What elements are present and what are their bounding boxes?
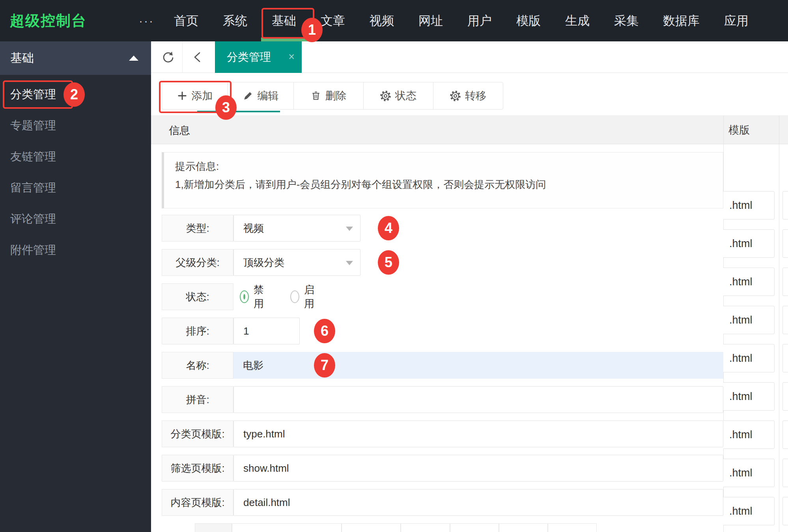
sidebar-group-header[interactable]: 基础	[0, 41, 151, 75]
trash-icon	[311, 91, 321, 101]
toolbar-button-5[interactable]: 转移	[433, 82, 503, 110]
partial-row-cell	[342, 523, 401, 532]
template-cell[interactable]: .html	[723, 497, 775, 525]
radio-option[interactable]: 启用	[290, 283, 318, 311]
input-field[interactable]: 1	[233, 318, 300, 344]
form-label: 排序:	[162, 318, 233, 344]
sidebar-item-3[interactable]: 友链管理	[0, 141, 151, 172]
caret-down-icon	[346, 261, 353, 265]
alert-box: 提示信息: 1,新增加分类后，请到用户-会员组分别对每个组设置权限，否则会提示无…	[162, 152, 723, 208]
nav-item-10[interactable]: 采集	[614, 0, 639, 41]
tabbar-divider	[182, 41, 183, 73]
nav-item-1[interactable]: 首页	[174, 0, 198, 41]
sidebar-item-1[interactable]: 分类管理2	[0, 79, 151, 110]
nav-item-label: 首页	[174, 13, 198, 29]
template-cell[interactable]: .html	[723, 420, 775, 449]
template-cell[interactable]: .html	[723, 229, 775, 258]
sidebar-item-label: 专题管理	[10, 118, 56, 134]
annotation-badge: 3	[215, 95, 237, 120]
template-cell[interactable]: .html	[723, 459, 775, 487]
tab-category-management[interactable]: 分类管理 ×	[215, 41, 302, 73]
sidebar-item-label: 留言管理	[10, 180, 56, 196]
chevron-left-icon	[191, 50, 205, 64]
nav-item-label: 采集	[614, 13, 639, 29]
annotation-badge: 6	[314, 319, 335, 343]
radio-checked-icon[interactable]	[240, 290, 249, 303]
template-cell[interactable]: .html	[723, 344, 775, 372]
select-field[interactable]: 顶级分类	[233, 249, 360, 276]
sidebar-item-5[interactable]: 评论管理	[0, 203, 151, 234]
form-label: 类型:	[162, 215, 233, 242]
nav-item-label: 生成	[565, 13, 590, 29]
template-cell[interactable]: .html	[723, 191, 775, 219]
radio-group: 禁用启用	[240, 283, 318, 310]
template-cell-fragment	[782, 306, 788, 334]
radio-option[interactable]: 禁用	[240, 283, 267, 311]
nav-item-8[interactable]: 模版	[516, 0, 541, 41]
template-cell[interactable]: .html	[723, 306, 775, 334]
annotation-badge: 7	[314, 353, 335, 378]
template-cell-fragment	[782, 382, 788, 411]
sidebar-item-label: 友链管理	[10, 149, 56, 165]
tab-close-icon[interactable]: ×	[288, 51, 295, 63]
toolbar-button-label: 删除	[325, 89, 347, 103]
template-cell-value: .html	[729, 467, 753, 479]
template-cell-value: .html	[729, 505, 753, 517]
input-field-wide[interactable]: show.html	[233, 455, 723, 482]
radio-unchecked-icon[interactable]	[290, 290, 299, 303]
toolbar-button-1[interactable]: 添加3	[162, 82, 228, 110]
app-logo: 超级控制台	[10, 0, 87, 41]
toolbar-button-4[interactable]: 状态	[363, 82, 433, 110]
nav-item-4[interactable]: 文章	[321, 0, 345, 41]
template-cell-value: .html	[729, 238, 753, 250]
back-button[interactable]	[186, 41, 210, 73]
toolbar-button-3[interactable]: 删除	[293, 82, 364, 110]
nav-overflow-ellipsis[interactable]: ···	[139, 0, 154, 41]
active-tab-indicator	[197, 111, 280, 112]
input-field-wide[interactable]: detail.html	[233, 489, 723, 516]
select-value: 视频	[243, 221, 264, 235]
tab-info[interactable]: 信息	[169, 116, 190, 145]
toolbar-button-label: 转移	[465, 89, 486, 103]
sidebar-menu: 分类管理2专题管理友链管理留言管理评论管理附件管理	[0, 79, 151, 266]
nav-item-3[interactable]: 基础1	[272, 0, 296, 41]
sidebar-item-2[interactable]: 专题管理	[0, 110, 151, 141]
template-cell[interactable]: .html	[723, 382, 775, 411]
nav-item-2[interactable]: 系统	[223, 0, 247, 41]
name-value[interactable]: 电影	[243, 352, 263, 379]
caret-up-icon	[129, 56, 138, 61]
template-cell-fragment	[782, 229, 788, 258]
nav-item-label: 文章	[321, 13, 345, 29]
select-value: 顶级分类	[243, 256, 284, 270]
toolbar-button-2[interactable]: 编辑	[228, 82, 294, 110]
annotation-badge: 4	[378, 216, 399, 240]
gear-icon	[380, 91, 391, 101]
nav-item-label: 视频	[370, 13, 394, 29]
sidebar-item-4[interactable]: 留言管理	[0, 172, 151, 203]
template-cell[interactable]: .html	[723, 268, 775, 296]
radio-label: 禁用	[254, 283, 267, 311]
template-cell-fragment	[782, 344, 788, 372]
nav-item-6[interactable]: 网址	[418, 0, 443, 41]
nav-item-9[interactable]: 生成	[565, 0, 590, 41]
nav-item-5[interactable]: 视频	[370, 0, 394, 41]
sidebar-item-6[interactable]: 附件管理	[0, 234, 151, 266]
toolbar: 添加3编辑删除状态转移	[162, 82, 503, 110]
refresh-button[interactable]	[156, 41, 180, 73]
annotation-badge: 2	[63, 82, 85, 107]
tab-label: 分类管理	[227, 50, 271, 65]
input-field-wide[interactable]: type.html	[233, 420, 723, 447]
gear-icon	[450, 91, 461, 101]
form-label: 筛选页模版:	[162, 455, 233, 482]
nav-item-12[interactable]: 应用	[724, 0, 749, 41]
template-cell-value: .html	[729, 276, 753, 288]
template-cell-value: .html	[729, 314, 753, 326]
nav-item-7[interactable]: 用户	[467, 0, 492, 41]
alert-title: 提示信息:	[175, 160, 219, 173]
select-field[interactable]: 视频	[233, 215, 360, 242]
input-field-wide[interactable]	[233, 386, 723, 413]
nav-item-11[interactable]: 数据库	[663, 0, 700, 41]
template-cell-fragment	[782, 497, 788, 525]
document-tabbar: 分类管理 ×	[151, 41, 788, 73]
input-value: show.html	[243, 462, 289, 474]
